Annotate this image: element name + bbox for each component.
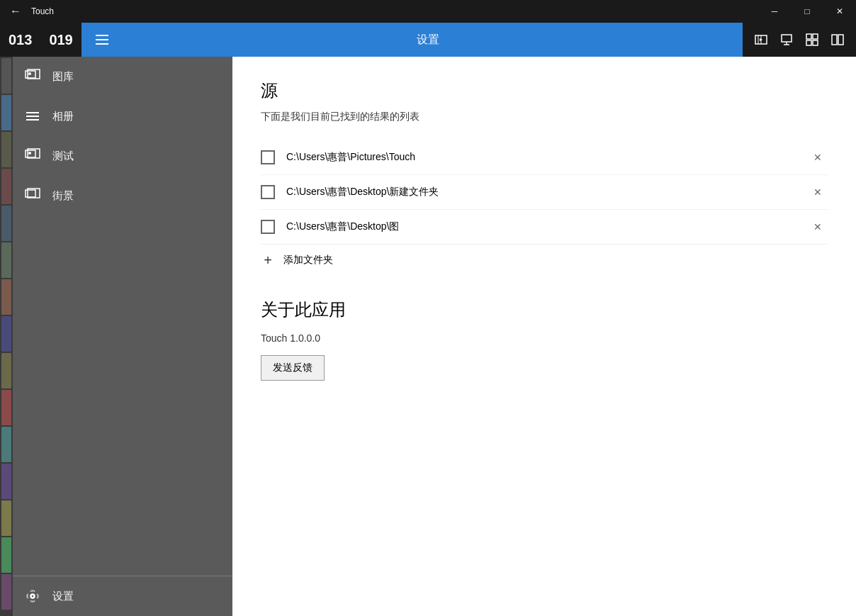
thumb-15	[1, 574, 11, 610]
thumb-10	[1, 390, 11, 425]
source-path-3: C:\Users\惠普\Desktop\图	[286, 220, 796, 233]
svg-rect-4	[782, 35, 792, 42]
thumb-12	[1, 464, 11, 499]
toolbar-icon-4[interactable]	[825, 27, 850, 52]
source-remove-1[interactable]: ✕	[808, 147, 828, 167]
sidebar-item-settings-label: 设置	[52, 590, 74, 603]
thumb-4	[1, 169, 11, 204]
source-path-1: C:\Users\惠普\Pictures\Touch	[286, 151, 796, 164]
counter-badge-2: 019	[40, 23, 81, 57]
title-bar-back-button[interactable]: ←	[6, 1, 26, 21]
main-layout: 图库 相册	[0, 57, 856, 616]
about-section-title: 关于此应用	[261, 298, 828, 321]
app-bar: 013 019 设置	[0, 23, 856, 57]
source-item-2: C:\Users\惠普\Desktop\新建文件夹 ✕	[261, 175, 828, 210]
sidebar-item-test[interactable]: 测试	[13, 136, 232, 176]
minimize-button[interactable]: ─	[758, 0, 791, 23]
title-bar: ← Touch ─ □ ✕	[0, 0, 856, 23]
back-icon: ←	[10, 5, 21, 18]
title-bar-controls: ─ □ ✕	[758, 0, 856, 23]
toolbar-icon-3[interactable]	[799, 27, 825, 52]
title-bar-title: Touch	[31, 6, 54, 16]
thumb-3	[1, 132, 11, 167]
svg-point-15	[28, 72, 31, 75]
maximize-button[interactable]: □	[791, 0, 823, 23]
thumb-14	[1, 537, 11, 573]
compare-icon	[831, 33, 844, 46]
toolbar-icon-2[interactable]	[774, 27, 799, 52]
svg-rect-9	[806, 40, 811, 45]
source-checkbox-2[interactable]	[261, 185, 275, 199]
add-folder-label: 添加文件夹	[283, 254, 333, 267]
svg-rect-11	[832, 35, 837, 45]
counter-badge-1: 013	[0, 23, 40, 57]
test-icon	[24, 147, 41, 164]
thumb-8	[1, 316, 11, 352]
settings-icon	[24, 588, 41, 605]
svg-rect-8	[813, 34, 818, 39]
source-checkbox-3[interactable]	[261, 220, 275, 234]
source-remove-3[interactable]: ✕	[808, 217, 828, 237]
sidebar-item-streetview-label: 街景	[52, 189, 74, 203]
thumb-7	[1, 279, 11, 315]
streetview-icon	[24, 187, 41, 204]
grid-icon	[806, 33, 818, 46]
thumb-5	[1, 206, 11, 241]
source-item-1: C:\Users\惠普\Pictures\Touch ✕	[261, 140, 828, 175]
svg-point-25	[31, 595, 34, 598]
sidebar-item-streetview[interactable]: 街景	[13, 176, 232, 215]
app-bar-icon-group	[743, 23, 856, 57]
add-folder-icon: +	[261, 253, 275, 267]
thumb-2	[1, 95, 11, 130]
svg-rect-22	[26, 190, 35, 197]
sidebar-item-gallery[interactable]: 图库	[13, 57, 232, 96]
toolbar-icon-1[interactable]	[748, 27, 774, 52]
sidebar-item-test-label: 测试	[52, 150, 74, 163]
monitor-icon	[780, 33, 793, 46]
source-section-title: 源	[261, 79, 828, 102]
thumb-11	[1, 427, 11, 462]
close-button[interactable]: ✕	[823, 0, 856, 23]
thumb-9	[1, 353, 11, 388]
content-area: 源 下面是我们目前已找到的结果的列表 C:\Users\惠普\Pictures\…	[232, 57, 856, 616]
album-icon	[24, 108, 41, 125]
svg-point-21	[28, 152, 31, 155]
thumbnail-strip	[0, 57, 13, 616]
sidebar-nav: 图库 相册	[13, 57, 232, 215]
source-remove-2[interactable]: ✕	[808, 182, 828, 202]
sidebar-item-album[interactable]: 相册	[13, 96, 232, 136]
add-folder-button[interactable]: + 添加文件夹	[261, 245, 828, 276]
app-bar-title: 设置	[417, 33, 439, 47]
thumb-6	[1, 242, 11, 278]
svg-rect-12	[838, 35, 843, 45]
about-version: Touch 1.0.0.0	[261, 332, 828, 344]
gallery-icon	[24, 68, 41, 85]
source-path-2: C:\Users\惠普\Desktop\新建文件夹	[286, 186, 796, 198]
source-checkbox-1[interactable]	[261, 150, 275, 164]
thumb-1	[1, 58, 11, 94]
sidebar: 图库 相册	[0, 57, 232, 616]
sidebar-item-album-label: 相册	[52, 110, 74, 123]
source-item-3: C:\Users\惠普\Desktop\图 ✕	[261, 210, 828, 245]
hamburger-menu-button[interactable]	[85, 23, 119, 57]
thumb-13	[1, 500, 11, 536]
feedback-button[interactable]: 发送反馈	[261, 355, 325, 381]
source-section-subtitle: 下面是我们目前已找到的结果的列表	[261, 111, 828, 123]
hamburger-icon	[96, 35, 108, 45]
counter-badges: 013 019	[0, 23, 81, 57]
sidebar-item-settings[interactable]: 设置	[13, 576, 232, 616]
svg-rect-10	[813, 40, 818, 45]
slideshow-icon	[755, 33, 767, 46]
sidebar-item-gallery-label: 图库	[52, 70, 74, 84]
sidebar-bottom: 设置	[0, 576, 232, 616]
svg-rect-7	[806, 34, 811, 39]
